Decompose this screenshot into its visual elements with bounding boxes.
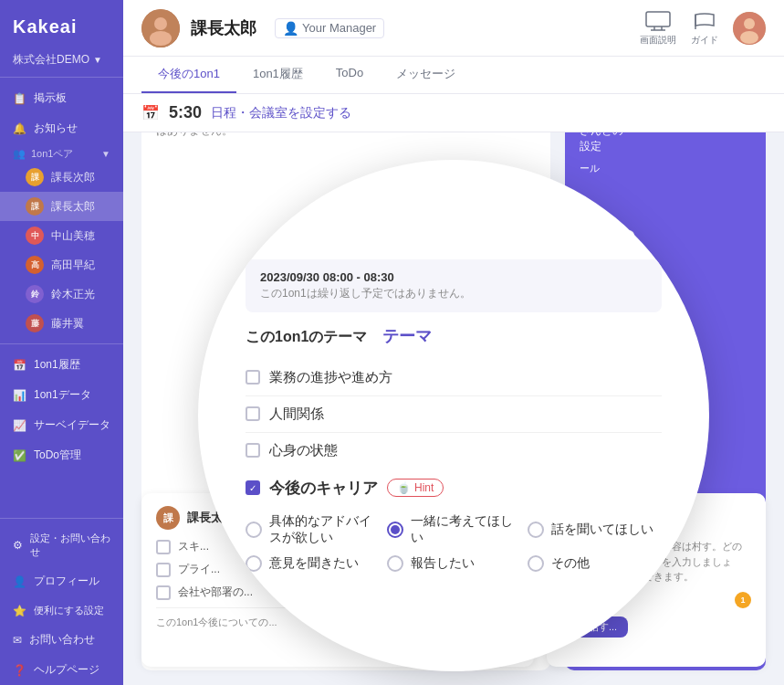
- settings-icon: ⚙: [13, 539, 23, 552]
- sidebar-item-help[interactable]: ❓ ヘルプページ: [0, 655, 123, 685]
- hint-icon: 🍵: [397, 481, 411, 494]
- modal-circle: 2023/09/30 08:00 - 08:30 この1on1は繰り返し予定では…: [198, 160, 709, 671]
- content-area: 📅 5:30 日程・会議室を設定する はありません。 さんとの設定 ール 202…: [123, 94, 784, 685]
- theme-item-work[interactable]: 業務の進捗や進め方: [246, 360, 662, 396]
- svg-rect-3: [646, 12, 670, 26]
- survey-icon: 📈: [13, 419, 26, 432]
- sidebar-item-todo[interactable]: ✅ ToDo管理: [0, 440, 123, 470]
- svg-point-10: [740, 31, 758, 44]
- screen-icon: [644, 10, 672, 32]
- avatar: 課: [26, 197, 44, 216]
- sidebar-item-useful[interactable]: ⭐ 便利にする設定: [0, 596, 123, 625]
- svg-point-2: [150, 31, 172, 46]
- career-option-together[interactable]: 一緒に考えてほしい: [387, 513, 521, 546]
- sidebar-sub-5[interactable]: 鈴 鈴木正光: [0, 279, 123, 309]
- sidebar-item-contact[interactable]: ✉ お問い合わせ: [0, 625, 123, 655]
- tab-bar: 今後の1on1 1on1履歴 ToDo メッセージ: [123, 57, 784, 94]
- sidebar-item-survey[interactable]: 📈 サーベイデータ: [0, 410, 123, 440]
- tab-todo[interactable]: ToDo: [319, 57, 380, 93]
- theme-checkbox-work[interactable]: [246, 370, 260, 385]
- header-name: 課長太郎: [191, 17, 256, 39]
- svg-point-1: [154, 17, 167, 30]
- career-title: 今後のキャリア: [269, 478, 378, 499]
- career-section: 今後のキャリア 🍵 Hint 具体的なアドバイスが欲しい: [246, 478, 662, 572]
- tab-upcoming[interactable]: 今後の1on1: [141, 57, 236, 93]
- session-date: 2023/09/30 08:00 - 08:30: [260, 270, 647, 284]
- theme-item-mental[interactable]: 心身の状態: [246, 433, 662, 469]
- theme-checkbox-career[interactable]: [246, 480, 260, 495]
- user-avatar-img: [141, 9, 180, 47]
- contact-icon: ✉: [13, 634, 22, 647]
- company-name[interactable]: 株式会社DEMO ▼: [0, 47, 123, 78]
- career-option-other[interactable]: その他: [528, 555, 662, 572]
- sidebar-section-1on1pair[interactable]: 👥 1on1ペア ▼: [0, 143, 123, 163]
- header: 課長太郎 👤 Your Manager 画面説明: [123, 0, 784, 57]
- app-logo: Kakeai: [0, 0, 123, 47]
- useful-icon: ⭐: [13, 605, 26, 617]
- theme-item-human[interactable]: 人間関係: [246, 396, 662, 433]
- sidebar-sub-3[interactable]: 中 中山美穂: [0, 221, 123, 250]
- guide-icon: [691, 10, 718, 32]
- tab-message[interactable]: メッセージ: [380, 57, 472, 93]
- hint-badge[interactable]: 🍵 Hint: [387, 479, 444, 497]
- avatar: 藤: [26, 314, 44, 332]
- sidebar-sub-2[interactable]: 課 課長太郎: [0, 192, 123, 221]
- sidebar-item-history[interactable]: 📅 1on1履歴: [0, 350, 123, 380]
- sidebar-sub-6[interactable]: 藤 藤井翼: [0, 309, 123, 338]
- sidebar-item-news[interactable]: 🔔 お知らせ: [0, 113, 123, 143]
- sidebar-sub-1[interactable]: 課 課長次郎: [0, 163, 123, 192]
- theme-list: 業務の進捗や進め方 人間関係 心身の状態: [246, 360, 662, 469]
- data-icon: 📊: [13, 389, 26, 402]
- radio-listen[interactable]: [528, 522, 544, 538]
- sidebar-item-profile[interactable]: 👤 プロフィール: [0, 566, 123, 596]
- theme-checkbox-human[interactable]: [246, 406, 260, 421]
- theme-title: この1on1のテーマ テーマ: [246, 325, 662, 347]
- career-option-advice[interactable]: 具体的なアドバイスが欲しい: [246, 513, 380, 546]
- session-info: 2023/09/30 08:00 - 08:30 この1on1は繰り返し予定では…: [246, 259, 662, 312]
- profile-icon: 👤: [13, 575, 26, 588]
- career-option-opinion[interactable]: 意見を聞きたい: [246, 555, 380, 572]
- career-header: 今後のキャリア 🍵 Hint: [246, 478, 662, 499]
- chevron-down-icon: ▼: [93, 55, 102, 65]
- radio-advice[interactable]: [246, 522, 262, 538]
- radio-together[interactable]: [387, 522, 403, 538]
- sidebar-sub-4[interactable]: 高 高田早紀: [0, 250, 123, 279]
- session-note: この1on1は繰り返し予定ではありません。: [260, 286, 647, 301]
- bulletin-icon: 📋: [13, 92, 26, 105]
- header-actions: 画面説明 ガイド: [640, 10, 766, 47]
- radio-inner: [391, 525, 400, 534]
- chevron-down-icon: ▼: [101, 149, 110, 159]
- user-profile-avatar[interactable]: [733, 12, 766, 45]
- avatar: 高: [26, 256, 44, 274]
- modal-overlay: 2023/09/30 08:00 - 08:30 この1on1は繰り返し予定では…: [123, 94, 784, 685]
- header-manager[interactable]: 👤 Your Manager: [275, 18, 384, 38]
- sidebar-item-bulletin[interactable]: 📋 掲示板: [0, 83, 123, 113]
- career-option-report[interactable]: 報告したい: [387, 555, 521, 572]
- radio-report[interactable]: [387, 555, 403, 572]
- guide-button[interactable]: ガイド: [691, 10, 718, 47]
- theme-checkbox-mental[interactable]: [246, 443, 260, 458]
- sidebar-item-data[interactable]: 📊 1on1データ: [0, 380, 123, 410]
- tab-history[interactable]: 1on1履歴: [236, 57, 319, 93]
- history-icon: 📅: [13, 359, 26, 372]
- todo-icon: ✅: [13, 449, 26, 462]
- career-option-listen[interactable]: 話を聞いてほしい: [528, 513, 662, 546]
- manager-icon: 👤: [283, 21, 298, 36]
- avatar: 中: [26, 227, 44, 245]
- avatar: 課: [26, 168, 44, 186]
- svg-point-9: [744, 18, 755, 29]
- screen-explain-button[interactable]: 画面説明: [640, 10, 676, 47]
- avatar: 鈴: [26, 285, 44, 303]
- career-options: 具体的なアドバイスが欲しい 一緒に考えてほしい 話を聞いてほしい: [246, 513, 662, 572]
- main-content: 課長太郎 👤 Your Manager 画面説明: [123, 0, 784, 685]
- radio-other[interactable]: [528, 555, 544, 572]
- help-icon: ❓: [13, 664, 26, 677]
- pair-icon: 👥: [13, 148, 26, 160]
- sidebar: Kakeai 株式会社DEMO ▼ 📋 掲示板 🔔 お知らせ 👥 1on1ペア …: [0, 0, 123, 685]
- sidebar-item-settings[interactable]: ⚙ 設定・お問い合わせ: [0, 524, 123, 566]
- news-icon: 🔔: [13, 122, 26, 135]
- radio-opinion[interactable]: [246, 555, 262, 572]
- modal-content: 2023/09/30 08:00 - 08:30 この1on1は繰り返し予定では…: [216, 237, 691, 594]
- avatar: [141, 9, 180, 47]
